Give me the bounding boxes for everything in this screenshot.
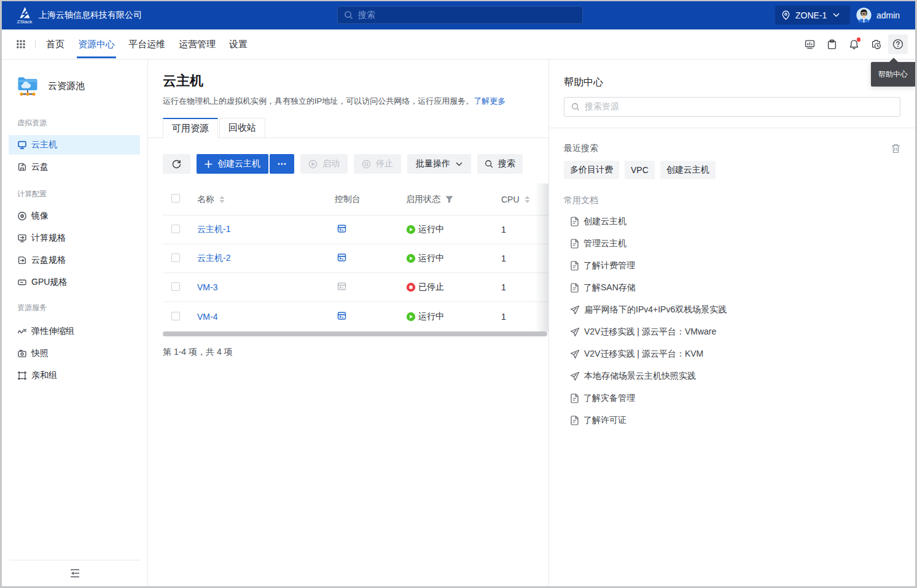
doc-link[interactable]: 了解计费管理 — [564, 255, 900, 277]
refresh-button[interactable] — [163, 154, 190, 174]
help-divider — [549, 128, 915, 128]
user-menu[interactable]: admin — [856, 7, 900, 23]
sidebar-item-gpu-offerings[interactable]: GPU规格 — [9, 273, 140, 292]
sidebar-item-autoscaling-groups[interactable]: 弹性伸缩组 — [9, 322, 140, 341]
search-button[interactable]: 搜索 — [477, 154, 523, 174]
operation-log-icon[interactable] — [866, 34, 886, 54]
nav-item-home[interactable]: 首页 — [46, 29, 64, 59]
sidebar-item-volume-offerings[interactable]: 云盘规格 — [9, 250, 140, 270]
row-checkbox[interactable] — [171, 253, 180, 262]
learn-more-link[interactable]: 了解更多 — [474, 96, 505, 106]
tab-available-resources[interactable]: 可用资源 — [163, 118, 218, 138]
sort-icon[interactable] — [525, 196, 530, 203]
sidebar-item-volumes[interactable]: 云盘 — [9, 157, 140, 177]
start-button-label: 启动 — [322, 158, 340, 169]
select-all-checkbox[interactable] — [171, 194, 180, 203]
sidebar-item-label: 云盘规格 — [31, 255, 66, 266]
row-checkbox[interactable] — [171, 282, 180, 291]
vm-name-link[interactable]: VM-3 — [197, 282, 217, 292]
sort-icon[interactable] — [219, 196, 225, 203]
scrollbar-thumb[interactable] — [163, 331, 547, 336]
help-search-placeholder: 搜索资源 — [585, 101, 619, 112]
sidebar-item-snapshots[interactable]: 快照 — [9, 344, 140, 363]
sidebar-item-vm-instances[interactable]: 云主机 — [9, 135, 140, 155]
console-icon — [337, 311, 346, 320]
vm-name-link[interactable]: 云主机-2 — [197, 253, 230, 264]
batch-actions-button[interactable]: 批量操作 — [407, 154, 471, 174]
clipboard-icon[interactable] — [822, 34, 841, 54]
notification-badge — [857, 37, 861, 42]
sidebar-group-virtual-resources: 虚拟资源 — [17, 117, 147, 128]
create-vm-button-label: 创建云主机 — [217, 158, 260, 169]
recent-tag[interactable]: 多价目计费 — [564, 161, 619, 179]
notification-bell-icon[interactable] — [844, 34, 864, 54]
console-button[interactable] — [337, 311, 346, 320]
help-icon[interactable] — [888, 34, 908, 54]
search-icon — [571, 103, 580, 111]
doc-file-icon — [570, 283, 579, 293]
tab-recycle-bin[interactable]: 回收站 — [219, 118, 265, 138]
global-search-placeholder: 搜索 — [358, 10, 375, 21]
create-vm-button[interactable]: 创建云主机 — [197, 154, 268, 174]
create-vm-more-button[interactable] — [270, 154, 294, 174]
start-button[interactable]: 启动 — [300, 154, 348, 174]
vm-name-link[interactable]: 云主机-1 — [197, 224, 230, 235]
column-header-cpu[interactable]: CPU — [501, 195, 520, 204]
doc-link[interactable]: 了解灾备管理 — [564, 387, 900, 409]
doc-link[interactable]: 扁平网络下的IPv4+IPv6双栈场景实践 — [564, 299, 900, 321]
console-button[interactable] — [337, 282, 346, 291]
zstack-logo[interactable]: ZStack — [12, 7, 37, 24]
doc-file-icon — [570, 217, 579, 226]
nav-item-settings[interactable]: 设置 — [229, 29, 248, 59]
sidebar-collapse-button[interactable] — [10, 560, 140, 586]
main-nav: 首页 资源中心 平台运维 运营管理 设置 — [46, 29, 248, 59]
filter-funnel-icon[interactable] — [445, 196, 453, 203]
sidebar-item-label: GPU规格 — [31, 277, 67, 288]
doc-file-icon — [570, 393, 579, 403]
recent-search-tags: 多价目计费 VPC 创建云主机 — [564, 161, 900, 179]
status-text: 运行中 — [418, 311, 444, 322]
doc-link[interactable]: 了解许可证 — [564, 409, 900, 431]
nav-item-platform-ops[interactable]: 平台运维 — [128, 29, 165, 59]
username: admin — [876, 10, 900, 20]
horizontal-scrollbar[interactable] — [163, 331, 548, 336]
location-pin-icon — [781, 10, 790, 20]
clear-recent-trash-icon[interactable] — [891, 144, 900, 153]
vm-name-link[interactable]: VM-4 — [197, 312, 217, 322]
sidebar-item-images[interactable]: 镜像 — [9, 206, 140, 226]
nav-item-resource-center[interactable]: 资源中心 — [78, 29, 115, 59]
nav-item-operation-mgmt[interactable]: 运营管理 — [179, 29, 216, 59]
doc-link[interactable]: 管理云主机 — [564, 233, 900, 255]
doc-link[interactable]: 本地存储场景云主机快照实践 — [564, 365, 900, 387]
running-status-icon — [406, 225, 416, 234]
stop-button[interactable]: 停止 — [354, 154, 401, 174]
doc-link[interactable]: V2V迁移实践 | 源云平台：VMware — [564, 321, 900, 343]
sidebar-item-instance-offerings[interactable]: 计算规格 — [9, 228, 140, 248]
sidebar-item-affinity-groups[interactable]: 亲和组 — [9, 366, 140, 385]
row-checkbox[interactable] — [171, 312, 180, 320]
collapse-menu-icon — [70, 569, 80, 578]
doc-link[interactable]: 创建云主机 — [564, 211, 900, 233]
tooltip-text: 帮助中心 — [878, 69, 908, 80]
zstack-logo-text: ZStack — [13, 18, 36, 24]
doc-link[interactable]: V2V迁移实践 | 源云平台：KVM — [564, 343, 900, 365]
zone-selector[interactable]: ZONE-1 — [775, 6, 850, 25]
nav-right-icons — [797, 29, 908, 59]
apps-grid-icon[interactable] — [17, 40, 25, 48]
row-checkbox[interactable] — [171, 225, 180, 233]
column-header-name[interactable]: 名称 — [197, 194, 214, 205]
column-header-status[interactable]: 启用状态 — [406, 194, 440, 205]
send-plane-icon — [570, 371, 580, 381]
doc-link[interactable]: 了解SAN存储 — [564, 277, 900, 299]
help-search-input[interactable]: 搜索资源 — [564, 97, 900, 117]
recent-tag[interactable]: VPC — [625, 161, 655, 179]
console-button[interactable] — [337, 253, 346, 262]
cpu-value: 1 — [501, 253, 506, 263]
console-button[interactable] — [337, 224, 346, 233]
doc-link-label: V2V迁移实践 | 源云平台：VMware — [584, 327, 716, 338]
dashboard-monitor-icon[interactable] — [800, 34, 819, 54]
column-header-console: 控制台 — [335, 194, 361, 204]
global-search-input[interactable]: 搜索 — [337, 6, 583, 24]
help-tooltip: 帮助中心 — [871, 62, 915, 87]
recent-tag[interactable]: 创建云主机 — [660, 161, 716, 179]
